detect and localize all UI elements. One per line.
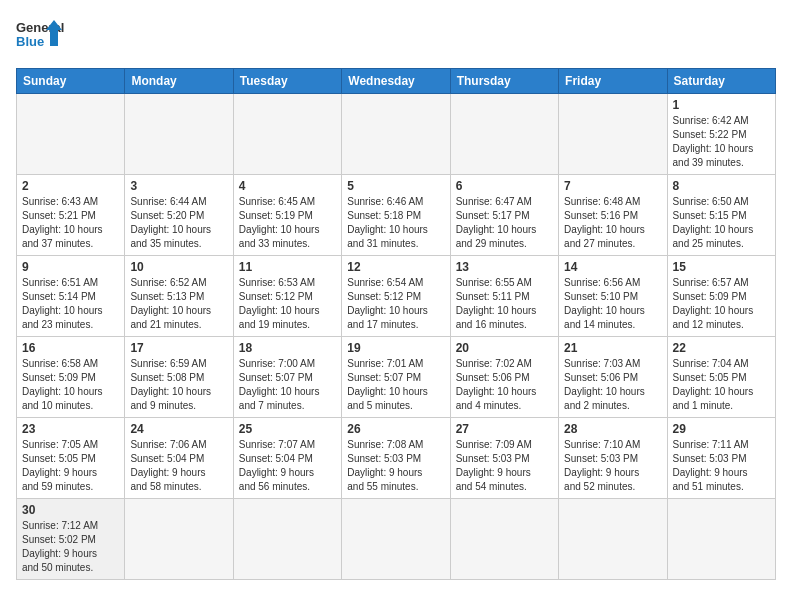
- day-info: Sunrise: 7:03 AM Sunset: 5:06 PM Dayligh…: [564, 357, 661, 413]
- week-row-5: 23Sunrise: 7:05 AM Sunset: 5:05 PM Dayli…: [17, 418, 776, 499]
- day-info: Sunrise: 7:04 AM Sunset: 5:05 PM Dayligh…: [673, 357, 770, 413]
- calendar-cell: 16Sunrise: 6:58 AM Sunset: 5:09 PM Dayli…: [17, 337, 125, 418]
- day-info: Sunrise: 7:09 AM Sunset: 5:03 PM Dayligh…: [456, 438, 553, 494]
- calendar-cell: 10Sunrise: 6:52 AM Sunset: 5:13 PM Dayli…: [125, 256, 233, 337]
- calendar-cell: 30Sunrise: 7:12 AM Sunset: 5:02 PM Dayli…: [17, 499, 125, 580]
- calendar-cell: [667, 499, 775, 580]
- calendar-cell: [450, 94, 558, 175]
- calendar-cell: 14Sunrise: 6:56 AM Sunset: 5:10 PM Dayli…: [559, 256, 667, 337]
- day-info: Sunrise: 6:42 AM Sunset: 5:22 PM Dayligh…: [673, 114, 770, 170]
- day-info: Sunrise: 6:44 AM Sunset: 5:20 PM Dayligh…: [130, 195, 227, 251]
- calendar-cell: 29Sunrise: 7:11 AM Sunset: 5:03 PM Dayli…: [667, 418, 775, 499]
- day-info: Sunrise: 6:57 AM Sunset: 5:09 PM Dayligh…: [673, 276, 770, 332]
- day-number: 18: [239, 341, 336, 355]
- day-number: 6: [456, 179, 553, 193]
- calendar-cell: 28Sunrise: 7:10 AM Sunset: 5:03 PM Dayli…: [559, 418, 667, 499]
- calendar-cell: [342, 94, 450, 175]
- day-number: 5: [347, 179, 444, 193]
- calendar-cell: [450, 499, 558, 580]
- day-info: Sunrise: 6:55 AM Sunset: 5:11 PM Dayligh…: [456, 276, 553, 332]
- day-info: Sunrise: 6:45 AM Sunset: 5:19 PM Dayligh…: [239, 195, 336, 251]
- day-info: Sunrise: 6:46 AM Sunset: 5:18 PM Dayligh…: [347, 195, 444, 251]
- day-number: 9: [22, 260, 119, 274]
- calendar-cell: [125, 94, 233, 175]
- day-info: Sunrise: 7:08 AM Sunset: 5:03 PM Dayligh…: [347, 438, 444, 494]
- calendar-cell: [233, 94, 341, 175]
- logo-svg: General Blue: [16, 16, 66, 58]
- calendar-cell: 8Sunrise: 6:50 AM Sunset: 5:15 PM Daylig…: [667, 175, 775, 256]
- day-number: 25: [239, 422, 336, 436]
- day-number: 14: [564, 260, 661, 274]
- week-row-3: 9Sunrise: 6:51 AM Sunset: 5:14 PM Daylig…: [17, 256, 776, 337]
- day-number: 17: [130, 341, 227, 355]
- day-number: 27: [456, 422, 553, 436]
- calendar-cell: 3Sunrise: 6:44 AM Sunset: 5:20 PM Daylig…: [125, 175, 233, 256]
- day-number: 19: [347, 341, 444, 355]
- calendar-cell: 19Sunrise: 7:01 AM Sunset: 5:07 PM Dayli…: [342, 337, 450, 418]
- day-info: Sunrise: 6:59 AM Sunset: 5:08 PM Dayligh…: [130, 357, 227, 413]
- day-number: 24: [130, 422, 227, 436]
- calendar-cell: 22Sunrise: 7:04 AM Sunset: 5:05 PM Dayli…: [667, 337, 775, 418]
- calendar-cell: 12Sunrise: 6:54 AM Sunset: 5:12 PM Dayli…: [342, 256, 450, 337]
- day-info: Sunrise: 6:47 AM Sunset: 5:17 PM Dayligh…: [456, 195, 553, 251]
- calendar-cell: 9Sunrise: 6:51 AM Sunset: 5:14 PM Daylig…: [17, 256, 125, 337]
- calendar-cell: 2Sunrise: 6:43 AM Sunset: 5:21 PM Daylig…: [17, 175, 125, 256]
- day-header-wednesday: Wednesday: [342, 69, 450, 94]
- day-number: 21: [564, 341, 661, 355]
- day-number: 20: [456, 341, 553, 355]
- page-header: General Blue: [16, 16, 776, 58]
- day-info: Sunrise: 7:10 AM Sunset: 5:03 PM Dayligh…: [564, 438, 661, 494]
- calendar-cell: [559, 94, 667, 175]
- day-info: Sunrise: 6:51 AM Sunset: 5:14 PM Dayligh…: [22, 276, 119, 332]
- day-number: 3: [130, 179, 227, 193]
- calendar-cell: 7Sunrise: 6:48 AM Sunset: 5:16 PM Daylig…: [559, 175, 667, 256]
- calendar-cell: 6Sunrise: 6:47 AM Sunset: 5:17 PM Daylig…: [450, 175, 558, 256]
- day-header-thursday: Thursday: [450, 69, 558, 94]
- day-number: 13: [456, 260, 553, 274]
- week-row-6: 30Sunrise: 7:12 AM Sunset: 5:02 PM Dayli…: [17, 499, 776, 580]
- calendar-cell: 18Sunrise: 7:00 AM Sunset: 5:07 PM Dayli…: [233, 337, 341, 418]
- day-number: 28: [564, 422, 661, 436]
- calendar-cell: 11Sunrise: 6:53 AM Sunset: 5:12 PM Dayli…: [233, 256, 341, 337]
- day-number: 12: [347, 260, 444, 274]
- day-number: 1: [673, 98, 770, 112]
- day-info: Sunrise: 7:02 AM Sunset: 5:06 PM Dayligh…: [456, 357, 553, 413]
- day-info: Sunrise: 7:01 AM Sunset: 5:07 PM Dayligh…: [347, 357, 444, 413]
- day-info: Sunrise: 6:50 AM Sunset: 5:15 PM Dayligh…: [673, 195, 770, 251]
- day-number: 23: [22, 422, 119, 436]
- day-number: 11: [239, 260, 336, 274]
- calendar-cell: 23Sunrise: 7:05 AM Sunset: 5:05 PM Dayli…: [17, 418, 125, 499]
- day-info: Sunrise: 6:52 AM Sunset: 5:13 PM Dayligh…: [130, 276, 227, 332]
- day-info: Sunrise: 6:48 AM Sunset: 5:16 PM Dayligh…: [564, 195, 661, 251]
- calendar-cell: [342, 499, 450, 580]
- calendar-cell: 1Sunrise: 6:42 AM Sunset: 5:22 PM Daylig…: [667, 94, 775, 175]
- calendar-cell: 13Sunrise: 6:55 AM Sunset: 5:11 PM Dayli…: [450, 256, 558, 337]
- day-number: 15: [673, 260, 770, 274]
- calendar-table: SundayMondayTuesdayWednesdayThursdayFrid…: [16, 68, 776, 580]
- day-number: 26: [347, 422, 444, 436]
- calendar-cell: 5Sunrise: 6:46 AM Sunset: 5:18 PM Daylig…: [342, 175, 450, 256]
- day-header-sunday: Sunday: [17, 69, 125, 94]
- day-number: 8: [673, 179, 770, 193]
- calendar-cell: 21Sunrise: 7:03 AM Sunset: 5:06 PM Dayli…: [559, 337, 667, 418]
- calendar-header-row: SundayMondayTuesdayWednesdayThursdayFrid…: [17, 69, 776, 94]
- calendar-cell: 24Sunrise: 7:06 AM Sunset: 5:04 PM Dayli…: [125, 418, 233, 499]
- calendar-cell: 17Sunrise: 6:59 AM Sunset: 5:08 PM Dayli…: [125, 337, 233, 418]
- day-info: Sunrise: 6:54 AM Sunset: 5:12 PM Dayligh…: [347, 276, 444, 332]
- day-number: 10: [130, 260, 227, 274]
- week-row-4: 16Sunrise: 6:58 AM Sunset: 5:09 PM Dayli…: [17, 337, 776, 418]
- day-number: 7: [564, 179, 661, 193]
- day-header-tuesday: Tuesday: [233, 69, 341, 94]
- day-number: 22: [673, 341, 770, 355]
- calendar-cell: 26Sunrise: 7:08 AM Sunset: 5:03 PM Dayli…: [342, 418, 450, 499]
- day-info: Sunrise: 7:06 AM Sunset: 5:04 PM Dayligh…: [130, 438, 227, 494]
- week-row-1: 1Sunrise: 6:42 AM Sunset: 5:22 PM Daylig…: [17, 94, 776, 175]
- svg-text:Blue: Blue: [16, 34, 44, 49]
- calendar-cell: 20Sunrise: 7:02 AM Sunset: 5:06 PM Dayli…: [450, 337, 558, 418]
- day-info: Sunrise: 7:12 AM Sunset: 5:02 PM Dayligh…: [22, 519, 119, 575]
- day-number: 29: [673, 422, 770, 436]
- day-info: Sunrise: 7:00 AM Sunset: 5:07 PM Dayligh…: [239, 357, 336, 413]
- logo: General Blue: [16, 16, 66, 58]
- calendar-cell: 27Sunrise: 7:09 AM Sunset: 5:03 PM Dayli…: [450, 418, 558, 499]
- calendar-cell: 25Sunrise: 7:07 AM Sunset: 5:04 PM Dayli…: [233, 418, 341, 499]
